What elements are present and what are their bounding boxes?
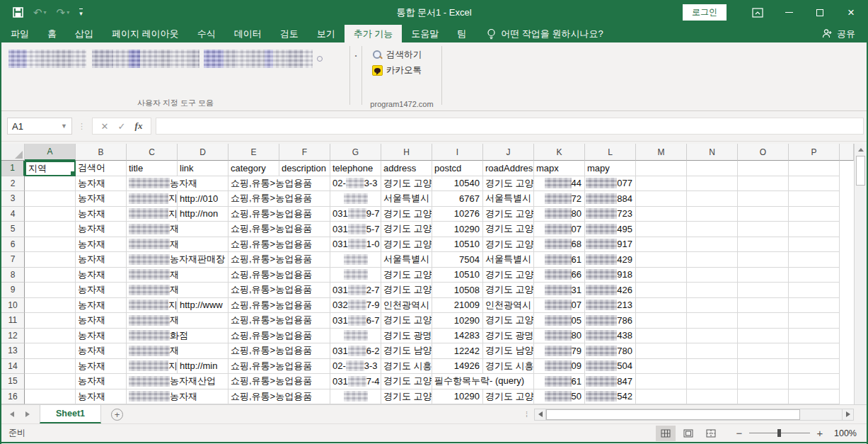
cell-O12[interactable] xyxy=(738,329,789,344)
column-header-J[interactable]: J xyxy=(483,144,534,161)
horizontal-scrollbar[interactable] xyxy=(534,405,854,423)
cell-O11[interactable] xyxy=(738,313,789,329)
cell-D3[interactable]: http://010 xyxy=(178,191,228,207)
cell-O9[interactable] xyxy=(738,283,789,298)
cell-L14[interactable]: 504 xyxy=(585,359,636,375)
kakaotalk-addin-button[interactable]: 카카오톡 xyxy=(372,64,433,76)
ribbon-tab-검토[interactable]: 검토 xyxy=(271,25,308,42)
cell-G2[interactable]: 02-3-3 xyxy=(330,176,381,192)
cell-I2[interactable]: 10540 xyxy=(432,176,483,192)
save-button[interactable] xyxy=(13,7,23,18)
scroll-left-button[interactable] xyxy=(534,409,546,421)
cell-I11[interactable]: 10290 xyxy=(432,313,483,329)
column-header-E[interactable]: E xyxy=(228,144,279,161)
cell-H3[interactable]: 서울특별시 xyxy=(381,191,432,207)
cell-L4[interactable]: 723 xyxy=(585,207,636,222)
cell-A11[interactable] xyxy=(25,313,76,329)
cell-A14[interactable] xyxy=(25,359,76,375)
cell-P2[interactable] xyxy=(789,176,840,192)
cell-N11[interactable] xyxy=(687,313,738,329)
cell-A9[interactable] xyxy=(25,283,76,298)
horizontal-scrollbar-track[interactable] xyxy=(546,409,842,421)
cell-L15[interactable]: 847 xyxy=(585,374,636,389)
cell-K1[interactable]: mapx xyxy=(534,161,585,176)
cell-G1[interactable]: telephone xyxy=(330,161,381,176)
column-header-O[interactable]: O xyxy=(738,144,789,161)
cell-J10[interactable]: 인천광역시 xyxy=(483,298,534,314)
blurred-button[interactable] xyxy=(129,50,140,68)
row-header-2[interactable]: 2 xyxy=(1,176,25,192)
ribbon-tab-홈[interactable]: 홈 xyxy=(38,25,66,42)
share-button[interactable]: 공유 xyxy=(810,25,867,42)
cell-I8[interactable]: 10510 xyxy=(432,268,483,283)
cell-C12[interactable]: 화점 xyxy=(127,329,228,344)
cell-G14[interactable]: 02-3-3 xyxy=(330,359,381,375)
cell-O8[interactable] xyxy=(738,268,789,283)
tab-scrollbar-splitter[interactable]: ⁞ xyxy=(520,405,534,423)
cell-J14[interactable]: 경기도 시흥시 xyxy=(483,359,534,375)
cell-A10[interactable] xyxy=(25,298,76,314)
column-header-P[interactable]: P xyxy=(789,144,840,161)
column-header-partial[interactable] xyxy=(840,144,854,161)
redo-button[interactable]: ↷▾ xyxy=(57,6,70,19)
cell-N5[interactable] xyxy=(687,222,738,237)
cell-K3[interactable]: 72 xyxy=(534,191,585,207)
cell-I10[interactable]: 21009 xyxy=(432,298,483,314)
cell-P9[interactable] xyxy=(789,283,840,298)
normal-view-button[interactable] xyxy=(656,426,676,441)
blurred-button[interactable] xyxy=(92,50,113,68)
cell-H12[interactable]: 경기도 광명시 xyxy=(381,329,432,344)
cell-M15[interactable] xyxy=(636,374,687,389)
cell-N4[interactable] xyxy=(687,207,738,222)
select-all-corner[interactable] xyxy=(1,144,25,161)
cell-B16[interactable]: 농자재 xyxy=(76,389,127,405)
cell-M9[interactable] xyxy=(636,283,687,298)
row-header-16[interactable]: 16 xyxy=(1,389,25,405)
page-layout-view-button[interactable] xyxy=(678,426,698,441)
cell-J6[interactable]: 경기도 고양시 xyxy=(483,237,534,253)
cell-M8[interactable] xyxy=(636,268,687,283)
cell-H13[interactable]: 경기도 남양주 xyxy=(381,343,432,359)
cell-G10[interactable]: 0327-9 xyxy=(330,298,381,314)
cell-J1[interactable]: roadAddress xyxy=(483,161,534,176)
column-header-K[interactable]: K xyxy=(534,144,585,161)
cell-J16[interactable]: 경기도 고양시 xyxy=(483,389,534,405)
blurred-button[interactable] xyxy=(158,50,173,68)
row-header-15[interactable]: 15 xyxy=(1,374,25,389)
cell-I16[interactable]: 10290 xyxy=(432,389,483,405)
new-sheet-button[interactable]: + xyxy=(111,409,123,421)
cell-C2[interactable]: 농자재 xyxy=(127,176,228,192)
cell-N2[interactable] xyxy=(687,176,738,192)
row-header-11[interactable]: 11 xyxy=(1,313,25,329)
row-header-4[interactable]: 4 xyxy=(1,207,25,222)
zoom-slider-thumb[interactable] xyxy=(777,429,781,437)
cell-I4[interactable]: 10276 xyxy=(432,207,483,222)
cell-B11[interactable]: 농자재 xyxy=(76,313,127,329)
cell-H2[interactable]: 경기도 고양시 xyxy=(381,176,432,192)
cell-O13[interactable] xyxy=(738,343,789,359)
cell-C1[interactable]: title xyxy=(127,161,178,176)
cell-G12[interactable] xyxy=(330,329,381,344)
cell-B8[interactable]: 농자재 xyxy=(76,268,127,283)
cell-H15[interactable]: 경기도 고양시 xyxy=(381,374,432,389)
column-header-D[interactable]: D xyxy=(178,144,228,161)
cell-K5[interactable]: 07 xyxy=(534,222,585,237)
cell-K12[interactable]: 80 xyxy=(534,329,585,344)
cell-O4[interactable] xyxy=(738,207,789,222)
cell-G9[interactable]: 0312-7 xyxy=(330,283,381,298)
cell-C6[interactable]: 재 xyxy=(127,237,228,253)
page-break-view-button[interactable] xyxy=(701,426,721,441)
cell-P11[interactable] xyxy=(789,313,840,329)
cell-K4[interactable]: 80 xyxy=(534,207,585,222)
cell-K9[interactable]: 31 xyxy=(534,283,585,298)
cell-E12[interactable]: 쇼핑,유통>농업용품 xyxy=(228,329,330,344)
tell-me-box[interactable]: 어떤 작업을 원하시나요? xyxy=(480,25,610,42)
cell-B1[interactable]: 검색어 xyxy=(76,161,127,176)
zoom-level-label[interactable]: 100% xyxy=(827,428,857,438)
cell-L6[interactable]: 917 xyxy=(585,237,636,253)
cell-C3[interactable]: 지 xyxy=(127,191,178,207)
cell-A2[interactable] xyxy=(25,176,76,192)
cell-L10[interactable]: 213 xyxy=(585,298,636,314)
previous-sheet-button[interactable] xyxy=(10,411,14,417)
cell-A13[interactable] xyxy=(25,343,76,359)
